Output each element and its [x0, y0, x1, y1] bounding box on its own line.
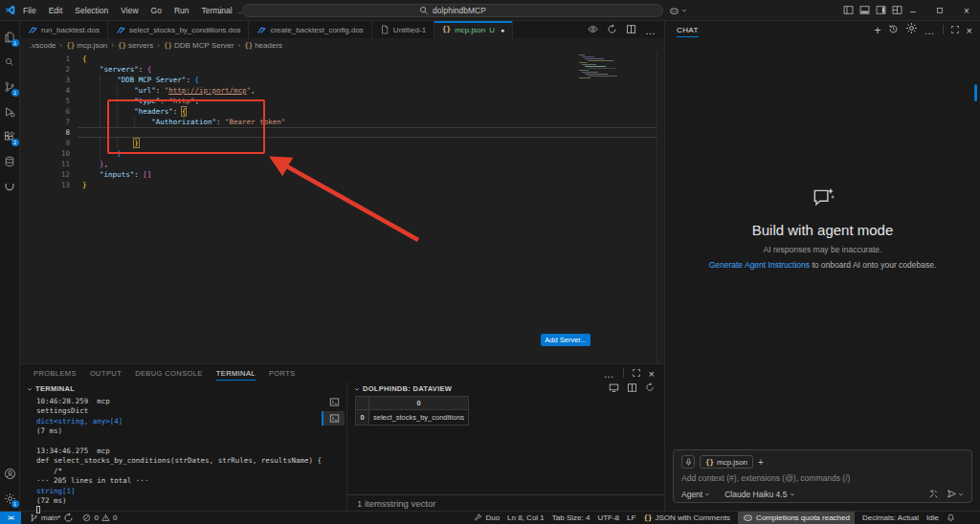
status-remote-indicator[interactable]: ><	[0, 512, 21, 524]
editor-scrollbar[interactable]	[657, 52, 657, 363]
status-duo-status[interactable]: Duo	[474, 512, 500, 524]
breadcrumb-item-headers[interactable]: {}headers	[244, 41, 282, 50]
menu-run[interactable]: Run	[174, 6, 189, 15]
close-button[interactable]: ×	[953, 0, 980, 21]
terminal-tab-2[interactable]	[322, 411, 345, 426]
terminal-line	[36, 506, 322, 515]
new-chat-button[interactable]: +	[875, 21, 881, 38]
maximize-button[interactable]	[926, 0, 953, 21]
status-copilot-quota[interactable]: Completions quota reached	[738, 512, 855, 524]
close-button[interactable]: ×	[649, 364, 655, 382]
breadcrumb-item-DDB MCP Server[interactable]: {}DDB MCP Server	[164, 41, 234, 50]
panel-tab-terminal[interactable]: TERMINAL	[216, 364, 256, 382]
back-button[interactable]: ←	[216, 6, 226, 16]
add-server-button[interactable]: Add Server...	[541, 334, 590, 346]
status-encoding[interactable]: UTF-8	[597, 512, 619, 524]
settings-button[interactable]	[905, 21, 918, 38]
code-line-8: 8	[20, 127, 664, 138]
tab-Untitled-1[interactable]: Untitled-1	[372, 21, 434, 38]
attach-context-button[interactable]	[681, 455, 695, 469]
configure-tools-button[interactable]	[928, 489, 939, 499]
status-idle[interactable]: Idle	[926, 512, 939, 524]
chat-scrollbar-thumb[interactable]	[974, 84, 977, 101]
history-button[interactable]	[888, 21, 899, 38]
chat-input-box[interactable]: {} mcp.json + Add context (#), extension…	[673, 449, 972, 503]
dataview-section-header[interactable]: DOLPHINDB: DATAVIEW	[347, 382, 664, 394]
tab-select_stocks_by_conditions.dos[interactable]: select_stocks_by_conditions.dos	[108, 21, 250, 38]
code-editor[interactable]: 1{2 "servers": {3 "DDB MCP Server": {4 "…	[20, 52, 664, 363]
dataview-title: DOLPHINDB: DATAVIEW	[363, 384, 452, 393]
modified-dot-icon[interactable]: ●	[501, 27, 504, 33]
layout-sidebar-right-button[interactable]	[876, 2, 886, 19]
more-actions-button[interactable]: …	[924, 21, 936, 38]
terminal-icon	[329, 413, 340, 424]
menu-edit[interactable]: Edit	[49, 6, 63, 15]
status-eol[interactable]: LF	[627, 512, 635, 524]
minimize-button[interactable]: –	[900, 0, 926, 21]
activity-item-extensions[interactable]: 2	[0, 124, 20, 149]
minimap[interactable]	[579, 55, 621, 79]
status-tab-size[interactable]: Tab Size: 4	[552, 512, 590, 524]
panel-tab-output[interactable]: OUTPUT	[90, 364, 122, 382]
open-in-editor-button[interactable]	[609, 382, 619, 395]
breadcrumb-item-servers[interactable]: {}servers	[118, 41, 153, 50]
code-line-1: 1{	[20, 54, 664, 64]
more-actions-button[interactable]: …	[645, 21, 657, 38]
status-notifications[interactable]	[947, 512, 955, 524]
model-selector[interactable]: Claude Haiku 4.5	[724, 490, 795, 499]
line-number: 8	[20, 127, 70, 138]
context-chip[interactable]: {} mcp.json	[700, 455, 753, 469]
code-line-5: 5 "type": "http",	[20, 96, 664, 106]
menu-selection[interactable]: Selection	[75, 6, 108, 15]
layout-sidebar-left-button[interactable]	[843, 2, 854, 19]
tab-chat[interactable]: CHAT	[677, 21, 699, 38]
chat-input-placeholder[interactable]: Add context (#), extensions (@), command…	[681, 473, 964, 483]
activity-item-run-debug[interactable]	[0, 99, 20, 124]
panel-tab-ports[interactable]: PORTS	[269, 364, 296, 382]
menu-go[interactable]: Go	[151, 6, 162, 15]
command-center-search[interactable]: dolphindbMCP	[242, 4, 663, 17]
activity-item-database[interactable]	[0, 149, 20, 174]
expand-button[interactable]	[632, 364, 641, 382]
status-decimals[interactable]: Decimals: Actual	[862, 512, 919, 524]
breadcrumb-item-.vscode[interactable]: .vscode	[30, 41, 56, 50]
activity-item-account[interactable]	[0, 461, 20, 486]
expand-button[interactable]	[950, 21, 960, 38]
activity-item-settings[interactable]: 1	[0, 486, 20, 511]
dataview-section: DOLPHINDB: DATAVIEW 0 0 select_stocks_by…	[347, 382, 664, 511]
status-language-mode[interactable]: {}JSON with Comments	[643, 512, 730, 524]
tab-mcp.json[interactable]: {}mcp.jsonU●	[434, 21, 513, 38]
table-row: 0 select_stocks_by_conditions	[356, 410, 469, 426]
status-cursor-position[interactable]: Ln 8, Col 1	[507, 512, 545, 524]
breadcrumb-item-mcp.json[interactable]: {}mcp.json	[66, 41, 107, 50]
tab-create_backtest_config.dos[interactable]: create_backtest_config.dos	[249, 21, 371, 38]
terminal-output[interactable]: 10:46:28.259 mcpsettingsDictdict<string,…	[36, 397, 322, 516]
activity-item-explorer[interactable]: 1	[0, 25, 20, 50]
copilot-menu[interactable]	[669, 3, 687, 18]
send-button[interactable]	[947, 489, 964, 499]
terminal-section-header[interactable]: TERMINAL	[20, 382, 322, 394]
panel-tab-problems[interactable]: PROBLEMS	[33, 364, 77, 382]
generate-instructions-link[interactable]: Generate Agent Instructions	[709, 260, 810, 270]
close-button[interactable]: ×	[967, 21, 972, 38]
menu-view[interactable]: View	[121, 6, 138, 15]
split-editor-button[interactable]	[626, 21, 636, 38]
layout-panel-button[interactable]	[859, 2, 870, 19]
refresh-button[interactable]	[645, 382, 655, 395]
more-actions-button[interactable]: …	[604, 364, 615, 382]
open-preview-button[interactable]	[588, 21, 598, 38]
activity-item-dolphindb[interactable]	[0, 174, 20, 199]
panel-tab-debug-console[interactable]: DEBUG CONSOLE	[135, 364, 203, 382]
open-in-editor-icon	[609, 382, 619, 393]
activity-item-source-control[interactable]: 1	[0, 75, 20, 99]
split-editor-button[interactable]	[627, 382, 637, 395]
add-context-button[interactable]: +	[758, 457, 764, 468]
terminal-tab-1[interactable]	[322, 395, 345, 409]
menu-file[interactable]: File	[23, 6, 36, 15]
dataview-cell[interactable]: select_stocks_by_conditions	[369, 410, 469, 426]
activity-item-search[interactable]	[0, 50, 20, 75]
editor-tab-bar: run_backtest.dosselect_stocks_by_conditi…	[20, 21, 664, 38]
tab-run_backtest.dos[interactable]: run_backtest.dos	[20, 21, 108, 38]
sync-button[interactable]	[607, 21, 617, 38]
agent-mode-selector[interactable]: Agent	[681, 490, 710, 499]
